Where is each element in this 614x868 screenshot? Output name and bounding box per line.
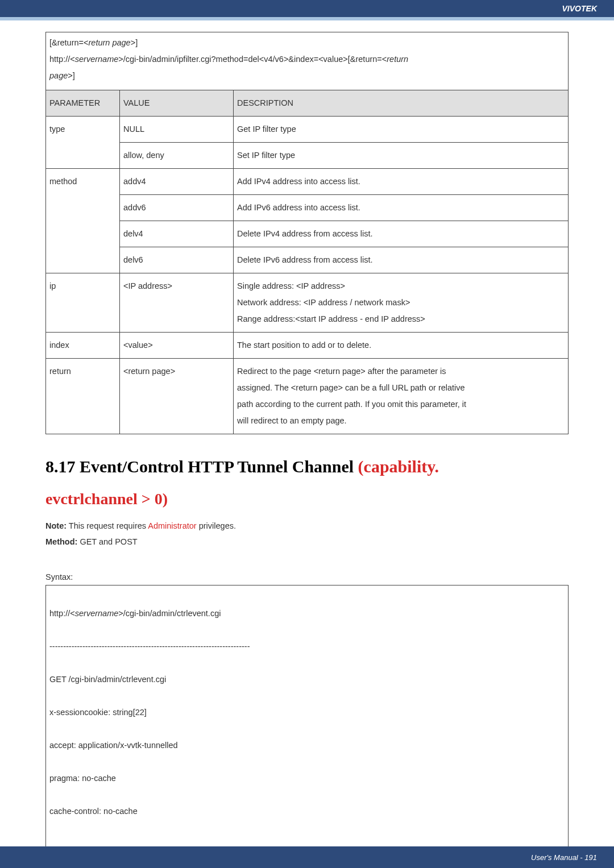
text: >] — [131, 38, 138, 47]
note-red: Administrator — [148, 521, 196, 530]
cell-desc: Delete IPv4 address from access list. — [234, 221, 569, 247]
text: >/cgi-bin/admin/ipfilter.cgi?method=del<… — [118, 55, 387, 64]
intro-syntax: [&return=<return page>] http://<serverna… — [45, 32, 569, 90]
cell-param: return — [46, 359, 120, 434]
cell-param: type — [46, 117, 120, 169]
heading-red: (capability. — [358, 457, 439, 476]
cell-desc: Single address: <IP address> Network add… — [234, 273, 569, 333]
text: http://< — [49, 609, 75, 618]
table-row: return <return page> Redirect to the pag… — [46, 359, 569, 434]
cell-desc: Get IP filter type — [234, 117, 569, 143]
cell-value: addv4 — [120, 169, 234, 195]
heading-black: 8.17 Event/Control HTTP Tunnel Channel — [45, 457, 358, 476]
text: >/cgi-bin/admin/ctrlevent.cgi — [118, 609, 221, 618]
table-row: addv6 Add IPv6 address into access list. — [46, 195, 569, 221]
text: after the parameter is — [366, 367, 446, 376]
heading-red-line2: evctrlchannel > 0) — [45, 490, 569, 508]
text: pragma: no-cache — [49, 770, 565, 787]
table-row: allow, deny Set IP filter type — [46, 143, 569, 169]
text-italic: <return page> — [291, 383, 343, 392]
text-italic: servername — [75, 609, 119, 618]
table-row: ip <IP address> Single address: <IP addr… — [46, 273, 569, 333]
syntax-box: http://<servername>/cgi-bin/admin/ctrlev… — [45, 585, 569, 868]
text: will redirect to an empty page. — [237, 416, 347, 425]
cell-desc: Add IPv4 address into access list. — [234, 169, 569, 195]
cell-value: addv6 — [120, 195, 234, 221]
cell-desc: Delete IPv6 address from access list. — [234, 247, 569, 273]
text-italic: return — [387, 55, 408, 64]
text: GET /cgi-bin/admin/ctrlevent.cgi — [49, 671, 565, 688]
note-block: Note: This request requires Administrato… — [45, 518, 569, 550]
cell-value: <return page> — [120, 359, 234, 434]
text: privileges. — [197, 521, 236, 530]
parameter-table: PARAMETER VALUE DESCRIPTION type NULL Ge… — [45, 90, 569, 434]
text: Redirect to the page — [237, 367, 314, 376]
cell-value: allow, deny — [120, 143, 234, 169]
text: cache-control: no-cache — [49, 803, 565, 820]
cell-value: NULL — [120, 117, 234, 143]
text: x-sessioncookie: string[22] — [49, 704, 565, 721]
text: GET and POST — [77, 537, 137, 546]
cell-param: index — [46, 333, 120, 359]
note-label: Note: — [45, 521, 67, 530]
table-row: method addv4 Add IPv4 address into acces… — [46, 169, 569, 195]
cell-desc: Add IPv6 address into access list. — [234, 195, 569, 221]
cell-desc: Redirect to the page <return page> after… — [234, 359, 569, 434]
text: Range address:<start IP address - end IP… — [237, 314, 425, 323]
text: >] — [68, 71, 75, 80]
section-heading: 8.17 Event/Control HTTP Tunnel Channel (… — [45, 457, 569, 508]
th-description: DESCRIPTION — [234, 90, 569, 117]
cell-value: <value> — [120, 333, 234, 359]
text: accept: application/x-vvtk-tunnelled — [49, 737, 565, 754]
th-value: VALUE — [120, 90, 234, 117]
cell-param: ip — [46, 273, 120, 333]
text-italic: <return page> — [314, 367, 366, 376]
footer: User's Manual - 191 — [0, 846, 614, 868]
cell-desc: Set IP filter type — [234, 143, 569, 169]
cell-desc: The start position to add or to delete. — [234, 333, 569, 359]
table-row: type NULL Get IP filter type — [46, 117, 569, 143]
text: assigned. The — [237, 383, 291, 392]
text: http://< — [49, 55, 75, 64]
table-row: delv6 Delete IPv6 address from access li… — [46, 247, 569, 273]
text: Single address: <IP address> — [237, 281, 345, 290]
th-parameter: PARAMETER — [46, 90, 120, 117]
text-italic: servername — [75, 55, 119, 64]
text: This request requires — [67, 521, 148, 530]
table-row: index <value> The start position to add … — [46, 333, 569, 359]
table-header-row: PARAMETER VALUE DESCRIPTION — [46, 90, 569, 117]
top-header: VIVOTEK — [0, 0, 614, 17]
separator: ----------------------------------------… — [49, 638, 565, 655]
text-italic: return page — [89, 38, 131, 47]
method-label: Method: — [45, 537, 77, 546]
text-italic: page — [49, 71, 68, 80]
cell-value: delv6 — [120, 247, 234, 273]
text: [&return=< — [49, 38, 89, 47]
cell-value: <IP address> — [120, 273, 234, 333]
cell-param: method — [46, 169, 120, 273]
table-row: delv4 Delete IPv4 address from access li… — [46, 221, 569, 247]
syntax-label: Syntax: — [45, 572, 569, 582]
page-content: [&return=<return page>] http://<serverna… — [0, 20, 614, 868]
footer-text: User's Manual - 191 — [531, 853, 597, 862]
text: path according to the current path. If y… — [237, 400, 466, 409]
cell-value: delv4 — [120, 221, 234, 247]
text: can be a full URL path or relative — [343, 383, 465, 392]
brand-label: VIVOTEK — [562, 4, 597, 13]
text: Network address: <IP address / network m… — [237, 298, 410, 307]
